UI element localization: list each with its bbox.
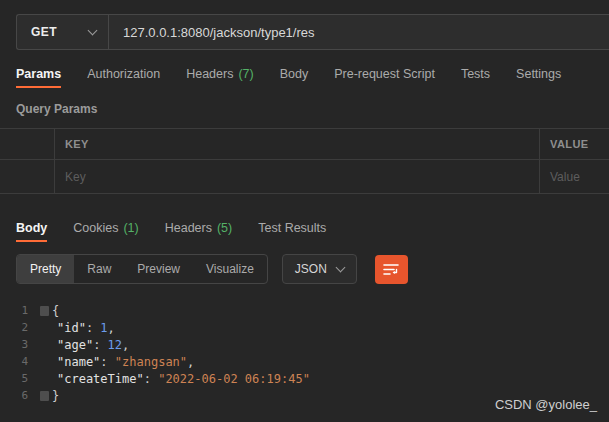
key-placeholder: Key bbox=[65, 170, 86, 184]
table-header-row: KEY VALUE bbox=[0, 129, 609, 160]
code-text: "id": 1, bbox=[40, 321, 115, 335]
code-text: } bbox=[40, 389, 59, 403]
line-number: 3 bbox=[0, 338, 40, 351]
format-label: JSON bbox=[295, 262, 327, 276]
wrap-text-button[interactable] bbox=[375, 255, 408, 284]
tab-count: (1) bbox=[123, 221, 138, 235]
value-input-cell[interactable]: Value bbox=[540, 160, 609, 193]
code-line: 5 "createTime": "2022-06-02 06:19:45" bbox=[0, 370, 609, 387]
token: } bbox=[52, 389, 59, 403]
format-dropdown[interactable]: JSON bbox=[282, 254, 357, 284]
token: , bbox=[187, 355, 194, 369]
view-toggle-group: Pretty Raw Preview Visualize bbox=[16, 254, 268, 284]
tab-body[interactable]: Body bbox=[280, 60, 309, 90]
request-bar: GET 127.0.0.1:8080/jackson/type1/res bbox=[16, 14, 609, 50]
tab-label: Params bbox=[16, 67, 61, 81]
tab-label: Tests bbox=[461, 67, 490, 81]
code-text: "createTime": "2022-06-02 06:19:45" bbox=[40, 372, 310, 386]
token: 1 bbox=[100, 321, 107, 335]
row-handle-cell bbox=[0, 129, 55, 159]
chevron-down-icon bbox=[335, 263, 345, 273]
token: 12 bbox=[108, 338, 122, 352]
view-raw-button[interactable]: Raw bbox=[74, 255, 124, 283]
column-header-label: KEY bbox=[65, 138, 89, 150]
table-row: Key Value bbox=[0, 160, 609, 194]
tab-settings[interactable]: Settings bbox=[516, 60, 561, 90]
line-number: 1 bbox=[0, 304, 40, 317]
method-dropdown[interactable]: GET bbox=[16, 14, 108, 50]
method-label: GET bbox=[31, 25, 57, 39]
view-visualize-button[interactable]: Visualize bbox=[193, 255, 267, 283]
tab-label: Test Results bbox=[258, 221, 326, 235]
request-tabs: Params Authorization Headers (7) Body Pr… bbox=[0, 60, 609, 90]
url-text: 127.0.0.1:8080/jackson/type1/res bbox=[123, 25, 315, 40]
token: : bbox=[144, 372, 158, 386]
tab-params[interactable]: Params bbox=[16, 60, 61, 90]
response-body-viewer[interactable]: 1 { 2 "id": 1, 3 "age": 12, 4 "name": "z… bbox=[0, 292, 609, 410]
tab-label: Pre-request Script bbox=[334, 67, 435, 81]
key-column-header: KEY bbox=[55, 129, 540, 159]
token: "createTime" bbox=[57, 372, 144, 386]
response-toolbar: Pretty Raw Preview Visualize JSON bbox=[0, 244, 609, 292]
tab-response-cookies[interactable]: Cookies (1) bbox=[73, 214, 138, 244]
tab-label: Body bbox=[16, 221, 47, 235]
value-column-header: VALUE bbox=[540, 129, 609, 159]
query-params-title: Query Params bbox=[0, 90, 609, 128]
row-handle-cell bbox=[0, 160, 55, 193]
view-preview-button[interactable]: Preview bbox=[124, 255, 193, 283]
tab-label: Headers bbox=[165, 221, 212, 235]
postman-window: GET 127.0.0.1:8080/jackson/type1/res Par… bbox=[0, 14, 609, 410]
code-text: "age": 12, bbox=[40, 338, 129, 352]
code-text: { bbox=[40, 304, 59, 318]
tab-label: Headers bbox=[186, 67, 233, 81]
line-number: 4 bbox=[0, 355, 40, 368]
code-line: 2 "id": 1, bbox=[0, 319, 609, 336]
tab-count: (7) bbox=[238, 67, 253, 81]
token: , bbox=[122, 338, 129, 352]
watermark: CSDN @yololee_ bbox=[495, 397, 597, 412]
line-number: 6 bbox=[0, 389, 40, 402]
tab-response-body[interactable]: Body bbox=[16, 214, 47, 244]
token: "zhangsan" bbox=[115, 355, 187, 369]
wrap-text-icon bbox=[383, 263, 399, 276]
value-placeholder: Value bbox=[550, 170, 580, 184]
tab-label: Authorization bbox=[87, 67, 160, 81]
token: "name" bbox=[57, 355, 100, 369]
tab-test-results[interactable]: Test Results bbox=[258, 214, 326, 244]
code-line: 1 { bbox=[0, 302, 609, 319]
token: "age" bbox=[57, 338, 93, 352]
response-tabs: Body Cookies (1) Headers (5) Test Result… bbox=[0, 214, 609, 244]
code-line: 4 "name": "zhangsan", bbox=[0, 353, 609, 370]
column-header-label: VALUE bbox=[550, 138, 588, 150]
code-text: "name": "zhangsan", bbox=[40, 355, 194, 369]
query-params-table: KEY VALUE Key Value bbox=[0, 128, 609, 194]
tab-count: (5) bbox=[217, 221, 232, 235]
fold-marker-icon[interactable] bbox=[40, 306, 49, 316]
view-pretty-button[interactable]: Pretty bbox=[17, 255, 74, 283]
token: , bbox=[108, 321, 115, 335]
token: : bbox=[100, 355, 114, 369]
token: { bbox=[52, 304, 59, 318]
tab-label: Settings bbox=[516, 67, 561, 81]
tab-label: Cookies bbox=[73, 221, 118, 235]
token: "id" bbox=[57, 321, 86, 335]
key-input-cell[interactable]: Key bbox=[55, 160, 540, 193]
tab-tests[interactable]: Tests bbox=[461, 60, 490, 90]
fold-marker-icon[interactable] bbox=[40, 391, 49, 401]
tab-headers[interactable]: Headers (7) bbox=[186, 60, 254, 90]
url-input[interactable]: 127.0.0.1:8080/jackson/type1/res bbox=[108, 14, 609, 50]
tab-response-headers[interactable]: Headers (5) bbox=[165, 214, 233, 244]
chevron-down-icon bbox=[88, 26, 98, 36]
line-number: 2 bbox=[0, 321, 40, 334]
tab-pre-request-script[interactable]: Pre-request Script bbox=[334, 60, 435, 90]
code-line: 3 "age": 12, bbox=[0, 336, 609, 353]
line-number: 5 bbox=[0, 372, 40, 385]
token: "2022-06-02 06:19:45" bbox=[158, 372, 310, 386]
tab-authorization[interactable]: Authorization bbox=[87, 60, 160, 90]
tab-label: Body bbox=[280, 67, 309, 81]
token: : bbox=[86, 321, 100, 335]
token: : bbox=[93, 338, 107, 352]
